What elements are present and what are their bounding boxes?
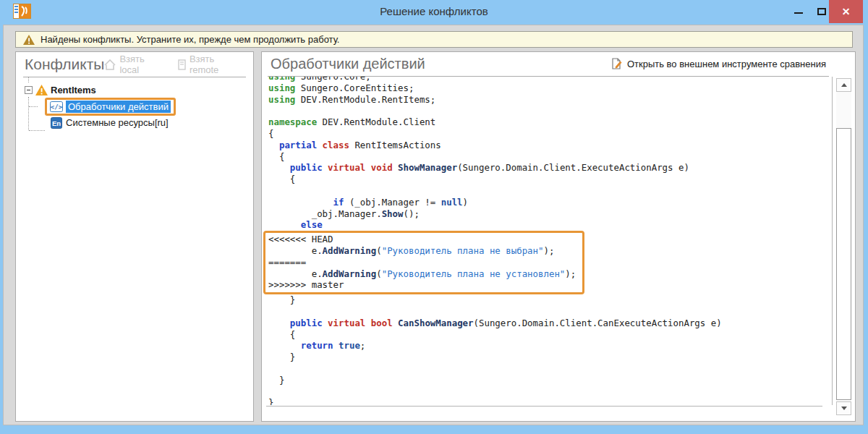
vertical-scrollbar[interactable] [836,78,851,415]
code-line: } [268,375,832,386]
scrollbar-thumb[interactable] [836,128,851,400]
code-line: return true; [268,340,832,352]
compare-edit-icon [611,58,623,70]
code-line: namespace DEV.RentModule.Client [268,116,832,128]
conflict-highlight-box: </> Обработчики действий [45,98,176,116]
open-external-compare-label: Открыть во внешнем инструменте сравнения [627,59,826,69]
window-body: Найдены конфликты. Устраните их, прежде … [3,25,864,425]
conflicts-panel-header: Конфликты Взять local [16,52,253,77]
code-line: { [268,329,832,341]
minimize-button[interactable] [787,0,810,23]
tree-connector [28,77,29,82]
code-line: } [268,294,832,306]
collapse-icon[interactable] [25,86,33,94]
code-line [268,386,832,398]
tree-item-label: Системные ресурсы[ru] [66,117,169,128]
take-remote-label: Взять remote [190,54,246,75]
code-line: <<<<<<< HEAD [268,234,576,245]
svg-text:En: En [52,119,61,127]
scroll-down-button[interactable] [836,401,851,415]
warning-icon [35,85,48,95]
home-icon [104,59,116,70]
code-content: using Sungero.Core;using Sungero.CoreEnt… [268,77,832,405]
tree-item-system-resources[interactable]: En Системные ресурсы[ru] [25,115,249,130]
code-line: using DEV.RentModule.RentItems; [268,94,832,106]
tree-item-action-handlers[interactable]: </> Обработчики действий [25,98,249,115]
window-title: Решение конфликтов [0,5,868,17]
code-line: _obj.Manager.Show(); [268,208,832,220]
code-line: using Sungero.CoreEntities; [268,82,832,94]
code-line [268,306,832,318]
code-panel: Обработчики действий Открыть во внешнем … [261,51,856,422]
code-line: } [268,352,832,363]
tree-item-label: RentItems [51,85,96,95]
code-line: if (_obj.Manager != null) [268,197,832,208]
code-line: { [268,174,832,185]
code-line: { [268,151,832,163]
conflicts-panel: Конфликты Взять local [15,51,254,422]
locale-en-icon: En [51,117,62,129]
code-line: using Sungero.Core; [268,77,832,82]
code-line: { [268,128,832,140]
code-bottom-divider [266,406,822,407]
server-icon [178,59,186,70]
take-local-label: Взять local [119,54,166,75]
warning-icon [23,35,35,45]
code-panel-title: Обработчики действий [271,56,425,72]
warning-banner-text: Найдены конфликты. Устраните их, прежде … [41,34,339,45]
tree-connector [29,130,45,131]
warning-banner: Найдены конфликты. Устраните их, прежде … [15,31,853,48]
code-line: public virtual bool CanShowManager(Sunge… [268,318,832,329]
merge-conflict-highlight: <<<<<<< HEAD e.AddWarning("Руководитель … [263,231,584,294]
code-line: else [268,219,832,231]
close-button[interactable]: ✕ [829,0,863,23]
code-icon: </> [50,101,63,112]
title-bar[interactable]: Решение конфликтов ✕ [0,0,868,25]
conflict-resolution-window: Решение конфликтов ✕ Найдены конфликты. … [0,0,868,434]
code-line: partial class RentItemsActions [268,140,832,151]
code-line: } [268,397,832,405]
code-panel-header: Обработчики действий Открыть во внешнем … [262,52,855,76]
svg-text:</>: </> [51,103,63,111]
code-line [268,185,832,197]
panel-divider [23,77,246,77]
open-external-compare-link[interactable]: Открыть во внешнем инструменте сравнения [611,58,826,70]
code-line: e.AddWarning("Руководитель плана не выбр… [268,245,576,257]
code-line: ======= [268,257,576,268]
tree-item-label: Обработчики действий [66,101,171,113]
scroll-up-button[interactable] [836,78,851,92]
code-line [268,105,832,116]
code-line [268,363,832,375]
code-editor[interactable]: using Sungero.Core;using Sungero.CoreEnt… [263,77,833,405]
chevron-up-icon [841,83,847,87]
code-line: e.AddWarning("Руководитель плана не уста… [268,268,576,280]
tree-item-rentitems[interactable]: RentItems [25,82,249,98]
conflicts-panel-title: Конфликты [25,56,104,73]
code-line: public virtual void ShowManager(Sungero.… [268,162,832,174]
chevron-down-icon [841,407,847,410]
conflicts-tree: RentItems </> Обработчики действий [25,82,249,130]
take-remote-button[interactable]: Взять remote [178,54,246,75]
code-line: >>>>>>> master [268,279,576,291]
take-local-button[interactable]: Взять local [104,54,166,75]
